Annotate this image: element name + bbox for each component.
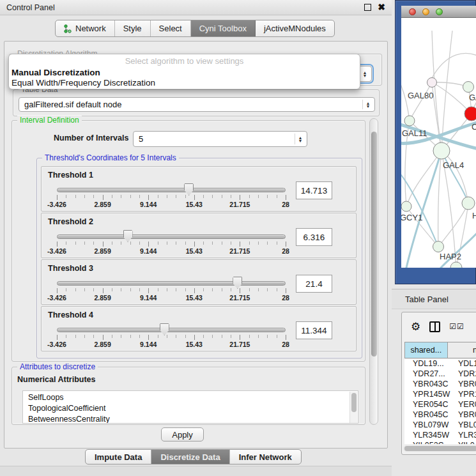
threshold-slider-thumb[interactable]: [233, 277, 242, 289]
number-of-intervals-combobox[interactable]: 5 ▴▾: [133, 131, 307, 147]
panel-scrollbar[interactable]: [369, 118, 378, 425]
table-data-group: Table Data galFiltered.sif default node …: [13, 89, 380, 116]
float-window-icon[interactable]: [364, 4, 371, 11]
threshold-slider-thumb[interactable]: [123, 230, 133, 242]
attributes-scrollbar[interactable]: [349, 392, 357, 424]
network-node-GCY1[interactable]: [401, 201, 411, 211]
table-row[interactable]: YLR345WYLR3: [404, 431, 476, 441]
apply-button[interactable]: Apply: [161, 427, 204, 441]
table-row[interactable]: YIL052CYIL0: [404, 441, 476, 444]
tab-select[interactable]: Select: [151, 20, 191, 36]
tab-label: Cyni Toolbox: [199, 24, 247, 33]
threshold-slider-track[interactable]: [57, 234, 286, 239]
network-edge[interactable]: [410, 82, 432, 121]
cell-shared-name: YDL19...: [404, 359, 450, 369]
threshold-slider-track[interactable]: [57, 188, 286, 192]
network-node-GAL80[interactable]: [427, 78, 437, 88]
column-header-shared-name[interactable]: shared...: [404, 342, 448, 358]
threshold-value-field[interactable]: 21.4: [296, 275, 332, 293]
network-view-window[interactable]: GAL80GACGAL11GAL4GCY1HHAP2: [395, 0, 476, 284]
network-edge[interactable]: [438, 203, 468, 247]
table-toolbar: ⚙ ☑☑: [402, 312, 476, 341]
algorithm-option-equal-width-frequency-discretization[interactable]: Equal Width/Frequency Discretization: [9, 78, 360, 88]
tick-label: 28: [282, 247, 289, 255]
node-label-GAL4: GAL4: [443, 160, 464, 170]
threshold-value-field[interactable]: 6.316: [296, 228, 332, 246]
tab-impute-data[interactable]: Impute Data: [86, 450, 151, 464]
zoom-traffic-light-icon[interactable]: [436, 8, 443, 15]
tab-style[interactable]: Style: [115, 20, 151, 36]
network-node-GAL11[interactable]: [404, 116, 415, 126]
gear-icon[interactable]: ⚙: [411, 320, 420, 334]
table-row[interactable]: YDR27...YDR2: [404, 369, 476, 380]
threshold-slider-track[interactable]: [57, 328, 286, 332]
tick-label: 2.859: [94, 341, 111, 348]
algorithm-option-manual-discretization[interactable]: Manual Discretization: [9, 68, 360, 78]
split-columns-icon[interactable]: [429, 321, 440, 332]
network-node-H[interactable]: [462, 197, 475, 210]
threshold-label: Threshold 3: [48, 264, 93, 273]
table-row[interactable]: YER054CYER0: [404, 400, 476, 410]
tab-jactivemnodules[interactable]: jActiveMNodules: [256, 20, 334, 36]
node-table: ⚙ ☑☑ shared... na YDL19...YDL1YDR27...YD…: [401, 312, 476, 455]
network-node-red-node[interactable]: [464, 107, 476, 121]
table-data-combobox[interactable]: galFiltered.sif default node ▴▾: [19, 97, 375, 112]
table-horizontal-scrollbar[interactable]: [403, 445, 476, 452]
tick-label: 9.144: [140, 201, 157, 208]
cell-shared-name: YPR145W: [404, 390, 450, 400]
threshold-label: Threshold 1: [48, 171, 93, 180]
cell-shared-name: YBR043C: [404, 380, 450, 390]
table-row[interactable]: YBR043CYBR0: [404, 380, 476, 390]
interval-definition-group: Interval Definition Number of Intervals …: [12, 120, 365, 362]
table-row[interactable]: YBR045CYBR0: [404, 410, 476, 420]
threshold-slider-thumb[interactable]: [184, 183, 194, 196]
tick-label: 21.715: [229, 247, 250, 255]
node-label-HAP2: HAP2: [440, 252, 461, 261]
network-node-node-bottom[interactable]: [450, 262, 462, 268]
select-columns-icon[interactable]: ☑☑: [449, 322, 464, 331]
table-row[interactable]: YPR145WYPR1: [404, 390, 476, 400]
network-edge[interactable]: [432, 53, 476, 78]
network-canvas[interactable]: GAL80GACGAL11GAL4GCY1HHAP2: [401, 18, 476, 268]
network-edge[interactable]: [406, 151, 441, 206]
tab-infer-network[interactable]: Infer Network: [230, 450, 301, 464]
slider-ticks: [57, 335, 286, 341]
table-row[interactable]: YDL19...YDL1: [404, 359, 476, 369]
threshold-value-field[interactable]: 14.713: [296, 181, 332, 199]
network-node-GAL4[interactable]: [433, 142, 450, 159]
cell-name: YBL0: [450, 420, 476, 431]
cell-shared-name: YBL079W: [404, 420, 450, 431]
threshold-slider-track[interactable]: [57, 281, 286, 286]
attribute-item-selfloops[interactable]: SelfLoops: [28, 392, 358, 403]
network-node-GA[interactable]: [463, 82, 474, 93]
cell-name: YDR2: [450, 369, 476, 380]
cell-shared-name: YLR345W: [404, 431, 450, 441]
numerical-attributes-list[interactable]: SelfLoopsTopologicalCoefficientBetweenne…: [22, 390, 358, 424]
close-traffic-light-icon[interactable]: [409, 8, 416, 15]
tab-label: Style: [123, 24, 142, 33]
column-header-name[interactable]: na: [448, 342, 476, 358]
close-icon[interactable]: ✖: [378, 4, 385, 11]
threshold-value-field[interactable]: 11.344: [296, 321, 332, 339]
number-of-intervals-label: Number of Intervals: [54, 134, 128, 142]
network-edge-highlighted[interactable]: [441, 229, 476, 268]
cell-name: YDL1: [450, 359, 476, 369]
network-node-HAP2[interactable]: [433, 242, 444, 252]
tab-network[interactable]: Network: [56, 20, 115, 36]
tab-discretize-data[interactable]: Discretize Data: [151, 450, 229, 464]
network-edge[interactable]: [438, 151, 441, 247]
network-window-titlebar[interactable]: [401, 6, 476, 18]
attribute-item-topologicalcoefficient[interactable]: TopologicalCoefficient: [28, 403, 358, 414]
table-row[interactable]: YBL079WYBL0: [404, 420, 476, 431]
tick-label: 15.43: [186, 201, 203, 208]
tab-label: Network: [75, 24, 106, 33]
tick-label: -3.426: [47, 201, 66, 208]
attributes-group-title: Attributes to discretize: [17, 362, 98, 371]
network-edge-highlighted[interactable]: [441, 151, 468, 203]
tab-cyni-toolbox[interactable]: Cyni Toolbox: [191, 20, 256, 36]
attribute-item-betweennesscentrality[interactable]: BetweennessCentrality: [28, 414, 358, 424]
threshold-slider-thumb[interactable]: [160, 323, 169, 335]
panel-title: Control Panel: [6, 3, 55, 12]
panel-scrollbar-thumb[interactable]: [371, 132, 377, 357]
minimize-traffic-light-icon[interactable]: [422, 8, 429, 15]
